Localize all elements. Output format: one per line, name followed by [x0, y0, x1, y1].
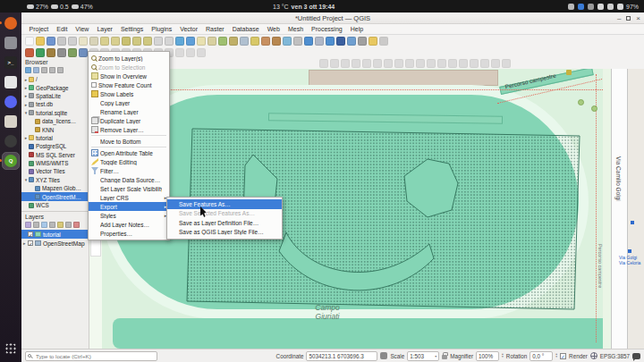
show-apps-icon[interactable] [3, 341, 19, 357]
menu-help[interactable]: Help [346, 24, 367, 35]
label-toolbar-extra-2-icon[interactable] [470, 59, 479, 68]
locator-input[interactable] [25, 351, 157, 361]
zoom-out-icon[interactable] [111, 37, 120, 46]
field-calculator-icon[interactable] [229, 37, 238, 46]
browser-tree-item[interactable]: ▾ tutorial.sqlite [21, 109, 89, 117]
new-spatialite-layer-icon[interactable] [57, 48, 66, 57]
context-menu-item[interactable]: Move to Bottom [89, 137, 169, 146]
clock-area[interactable]: 13 °C ven 3 ott 19:44 [273, 4, 335, 10]
zoom-in-icon[interactable] [100, 37, 109, 46]
label-properties-icon[interactable] [427, 59, 436, 68]
new-project-icon[interactable] [25, 37, 34, 46]
messages-icon[interactable] [632, 353, 640, 359]
context-menu-item[interactable]: Show Labels [89, 89, 169, 98]
new-virtual-layer-icon[interactable] [68, 48, 77, 57]
context-menu-item[interactable]: Open Attribute Table [89, 148, 169, 157]
label-anchor-icon[interactable] [405, 59, 414, 68]
browser-tree-item[interactable]: MS SQL Server [21, 151, 89, 159]
menu-web[interactable]: Web [263, 24, 284, 35]
paste-features-icon[interactable] [175, 48, 184, 57]
manage-themes-icon[interactable] [41, 222, 47, 228]
deselect-features-icon[interactable] [208, 37, 216, 46]
menu-settings[interactable]: Settings [116, 24, 147, 35]
label-toolbar-extra-3-icon[interactable] [480, 59, 489, 68]
menu-processing[interactable]: Processing [308, 24, 347, 35]
browser-tree-item[interactable]: Vector Tiles [21, 167, 89, 175]
filter-legend-icon[interactable] [49, 222, 55, 228]
qgis-icon[interactable]: Q [3, 153, 19, 169]
context-menu-item[interactable]: Set Layer Scale Visibility… [89, 184, 169, 193]
rotate-label-icon[interactable] [384, 59, 393, 68]
remove-layer-icon[interactable] [73, 222, 80, 228]
layer-labeling-icon[interactable] [319, 59, 328, 68]
battery-icon[interactable] [617, 4, 623, 10]
attributes-summary-icon[interactable] [315, 37, 324, 46]
coordinate-input[interactable]: 5034213.1 6703696.3 [306, 351, 377, 361]
browser-tree-item[interactable]: OpenStreetM… [21, 192, 89, 200]
open-project-icon[interactable] [36, 37, 45, 46]
context-menu-item[interactable]: Filter… [89, 166, 169, 175]
new-shapefile-layer-icon[interactable] [47, 48, 55, 57]
submenu-item[interactable]: Save Features As… [167, 199, 282, 209]
render-checkbox[interactable]: ✓ [560, 353, 566, 359]
add-group-icon[interactable] [33, 222, 39, 228]
lock-scale-icon[interactable] [442, 355, 447, 359]
annotation-icon[interactable] [369, 37, 377, 46]
refresh-browser-icon[interactable] [25, 67, 31, 73]
display-indicator-icon[interactable]: 0.5 [51, 4, 69, 10]
move-diagram-icon[interactable] [448, 59, 457, 68]
info-icon[interactable] [304, 37, 313, 46]
add-delimited-text-icon[interactable] [79, 48, 88, 57]
curved-label-icon[interactable] [416, 59, 425, 68]
zoom-next-icon[interactable] [165, 37, 174, 46]
pan-to-selection-icon[interactable] [89, 37, 98, 46]
attribute-table-icon[interactable] [347, 37, 356, 46]
expand-all-icon[interactable] [65, 222, 72, 228]
move-label-icon[interactable] [373, 59, 382, 68]
context-menu-item[interactable]: Layer CRS ▸ [89, 193, 169, 202]
browser-tree-item[interactable]: ▸ SpatiaLite [21, 92, 89, 100]
menu-view[interactable]: View [72, 24, 93, 35]
layer-diagram-icon[interactable] [330, 59, 339, 68]
filter-browser-icon[interactable] [33, 67, 39, 73]
print-layout-icon[interactable] [57, 37, 66, 46]
python-console-icon[interactable] [379, 37, 388, 46]
context-menu-item[interactable]: Export ▸ [89, 202, 169, 211]
media-player-icon[interactable] [3, 133, 19, 149]
select-features-icon[interactable] [197, 37, 206, 46]
menu-mesh[interactable]: Mesh [284, 24, 307, 35]
pin-labels-icon[interactable] [341, 59, 350, 68]
calculator-icon[interactable] [3, 74, 19, 90]
styling-panel-icon[interactable] [25, 222, 31, 228]
browser-tree-item[interactable]: WCS [21, 201, 89, 209]
context-menu-item[interactable]: Show in Overview [89, 72, 169, 80]
scale-combobox[interactable]: 1:503▾ [407, 351, 439, 361]
unpin-labels-icon[interactable] [352, 59, 360, 68]
volume-icon[interactable] [607, 4, 614, 10]
terminal-icon[interactable]: >_ [3, 55, 19, 71]
context-menu-item[interactable]: Add Layer Notes… [89, 220, 169, 229]
rotation-input[interactable]: 0,0 ° [530, 351, 553, 361]
show-bookmarks-icon[interactable] [272, 37, 281, 46]
expression-filter-icon[interactable] [57, 222, 64, 228]
temporal-controller-icon[interactable] [283, 37, 292, 46]
label-toolbar-extra-1-icon[interactable] [459, 59, 468, 68]
submenu-item[interactable]: Save as Layer Definition File… [167, 218, 282, 228]
browser-tree-item[interactable]: ▸ tutorial [21, 134, 89, 142]
extent-toggle-icon[interactable] [380, 352, 387, 359]
submenu-item[interactable]: Save Selected Features As… [167, 209, 282, 219]
identify-features-icon[interactable] [186, 37, 195, 46]
context-menu-item[interactable]: Show Feature Count [89, 80, 169, 89]
menu-vector[interactable]: Vector [176, 24, 202, 35]
context-menu-item[interactable]: Zoom to Layer(s) [89, 54, 169, 63]
browser-tree-item[interactable]: ▸ / [21, 75, 89, 83]
tray-accessibility-icon[interactable] [588, 4, 594, 10]
statistics-sum-icon[interactable] [336, 37, 345, 46]
label-toolbar-extra-4-icon[interactable] [491, 59, 500, 68]
pan-map-icon[interactable] [79, 37, 88, 46]
menu-project[interactable]: Project [25, 24, 53, 35]
new-geopackage-layer-icon[interactable] [36, 48, 45, 57]
processing-toolbox-icon[interactable] [326, 37, 335, 46]
browser-tree-item[interactable]: WMS/WMTS [21, 159, 89, 167]
collapse-all-icon[interactable] [41, 67, 47, 73]
